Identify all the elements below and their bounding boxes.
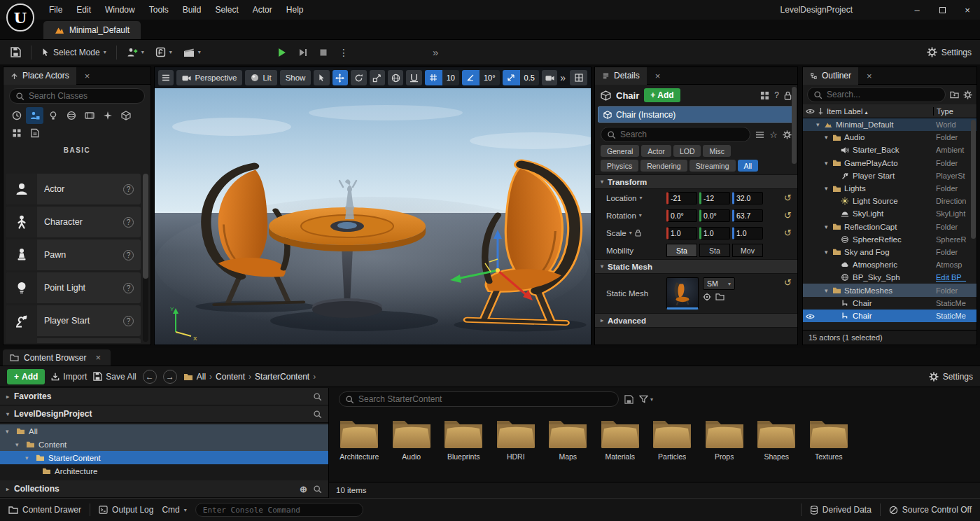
3d-scene[interactable]: Y X [155, 88, 592, 345]
list-item-point-light[interactable]: Point Light ? [6, 272, 141, 303]
add-actor-dropdown[interactable]: ▾ [122, 43, 149, 62]
minimize-button[interactable]: – [904, 0, 930, 20]
static-mesh-section-header[interactable]: ▾Static Mesh [595, 259, 797, 274]
grid-snap-control[interactable]: 10 [425, 70, 459, 85]
list-item-partial[interactable] [6, 338, 141, 343]
menu-tools[interactable]: Tools [142, 1, 176, 18]
outliner-row[interactable]: ▾LightsFolder [803, 182, 976, 195]
rotation-dropdown[interactable]: Rotation▾ [606, 211, 666, 220]
folder-tile-blueprints[interactable]: Blueprints [438, 413, 490, 461]
content-browser-settings-button[interactable]: Settings [929, 372, 973, 382]
panels-icon[interactable] [760, 91, 769, 100]
asset-search-input[interactable] [358, 394, 612, 404]
outliner-column-header[interactable]: Item Label ▴ Type [803, 104, 976, 118]
surface-snap-toggle[interactable] [406, 70, 421, 85]
add-component-button[interactable]: +Add [644, 88, 680, 102]
skip-button[interactable] [293, 43, 313, 62]
collections-section[interactable]: ▸Collections ⊕ [0, 480, 328, 498]
outliner-tab[interactable]: Outliner [803, 67, 858, 85]
place-actors-search[interactable] [9, 88, 145, 104]
outliner-search[interactable] [807, 87, 946, 102]
static-mesh-dropdown[interactable]: SM▾ [703, 277, 735, 290]
cinematics-dropdown[interactable]: ▾ [178, 43, 206, 62]
save-all-button[interactable]: Save All [93, 372, 136, 382]
close-button[interactable]: × [955, 0, 980, 20]
instance-row[interactable]: Chair (Instance) [598, 106, 794, 123]
category-lights-icon[interactable] [44, 107, 62, 124]
scale-z-field[interactable]: 1.0 [732, 227, 763, 239]
outliner-row[interactable]: Starter_BackAmbient [803, 144, 976, 156]
rotation-z-field[interactable]: 63.7 [732, 209, 763, 222]
edit-blueprint-link[interactable]: Edit BP_ [933, 273, 976, 282]
project-section[interactable]: ▾LevelDesignProject [0, 405, 328, 423]
derived-data-button[interactable]: Derived Data [810, 505, 872, 515]
mobility-movable-button[interactable]: Mov [732, 244, 763, 257]
folder-tile-materials[interactable]: Materials [594, 413, 647, 461]
reset-static-mesh-icon[interactable]: ↺ [784, 277, 792, 288]
folder-tile-maps[interactable]: Maps [542, 413, 594, 461]
outliner-row-selected[interactable]: ChairStaticMe [803, 310, 976, 322]
gear-icon[interactable] [783, 130, 792, 139]
outliner-row[interactable]: ▾StaticMeshesFolder [803, 284, 976, 296]
blueprints-dropdown[interactable]: ▾ [150, 43, 177, 62]
menu-help[interactable]: Help [279, 1, 311, 18]
move-tool-button[interactable] [332, 70, 348, 85]
filter-physics[interactable]: Physics [601, 160, 638, 172]
folder-tile-audio[interactable]: Audio [386, 413, 438, 461]
tree-item-startercontent[interactable]: ▾StarterContent [0, 451, 328, 464]
category-basic-icon[interactable] [26, 107, 43, 124]
filter-actor[interactable]: Actor [641, 145, 671, 157]
toolbar-settings-button[interactable]: Settings [927, 47, 972, 57]
outliner-row[interactable]: ▾GamePlayActoFolder [803, 157, 976, 169]
filter-dropdown[interactable]: ▾ [639, 395, 653, 403]
static-mesh-thumbnail[interactable] [666, 277, 699, 310]
scale-tool-button[interactable] [370, 70, 385, 85]
filter-all[interactable]: All [738, 160, 759, 172]
tree-item-architecture[interactable]: Architecture [0, 464, 328, 478]
stop-button[interactable] [314, 43, 332, 62]
add-collection-icon[interactable]: ⊕ [300, 484, 307, 494]
content-browser-tab[interactable]: Content Browser × [3, 349, 111, 366]
favorites-star-icon[interactable]: ☆ [769, 130, 778, 140]
display-filter-icon[interactable] [755, 130, 764, 139]
scale-y-field[interactable]: 1.0 [699, 227, 730, 239]
add-asset-button[interactable]: +Add [7, 369, 45, 384]
category-recent-icon[interactable] [8, 107, 25, 124]
console-command[interactable] [195, 503, 363, 517]
category-all-icon[interactable] [26, 125, 43, 141]
menu-build[interactable]: Build [176, 1, 209, 18]
menu-window[interactable]: Window [98, 1, 142, 18]
help-icon[interactable]: ? [774, 90, 779, 100]
details-tab[interactable]: Details [595, 67, 647, 85]
lit-dropdown[interactable]: Lit [245, 70, 276, 85]
search-icon[interactable] [313, 392, 322, 401]
location-x-field[interactable]: -21 [666, 192, 697, 204]
output-log-button[interactable]: Output Log [99, 505, 153, 515]
content-drawer-button[interactable]: Content Drawer [8, 505, 81, 515]
list-item-pawn[interactable]: Pawn ? [6, 239, 141, 270]
play-options-kebab[interactable]: ⋮ [334, 43, 354, 62]
folder-tile-textures[interactable]: Textures [803, 413, 855, 461]
toolbar-overflow-chevron[interactable]: » [433, 46, 438, 58]
filter-rendering[interactable]: Rendering [640, 160, 687, 172]
outliner-row[interactable]: AtmosphericAtmosp [803, 258, 976, 271]
back-button[interactable]: ← [143, 370, 157, 384]
outliner-row[interactable]: BP_Sky_SphEdit BP_ [803, 271, 976, 284]
filter-lod[interactable]: LOD [673, 145, 701, 157]
breadcrumb-content[interactable]: Content [216, 372, 245, 382]
outliner-row[interactable]: ▾Sky and FogFolder [803, 246, 976, 258]
search-icon[interactable] [313, 485, 322, 494]
location-y-field[interactable]: -12 [699, 192, 730, 204]
menu-file[interactable]: File [42, 1, 69, 18]
location-dropdown[interactable]: Location▾ [606, 194, 666, 202]
outliner-row[interactable]: ▾AudioFolder [803, 131, 976, 144]
reset-scale-icon[interactable]: ↺ [784, 228, 792, 238]
mobility-stationary-button[interactable]: Sta [699, 244, 730, 257]
viewport-overflow-chevron[interactable]: » [560, 72, 566, 83]
mobility-static-button[interactable]: Sta [666, 244, 697, 257]
select-tool-button[interactable] [314, 70, 329, 85]
outliner-scrollbar[interactable] [971, 120, 976, 239]
new-folder-icon[interactable] [950, 90, 959, 99]
world-transform-toggle[interactable] [388, 70, 403, 85]
rotation-x-field[interactable]: 0.0° [666, 209, 697, 222]
